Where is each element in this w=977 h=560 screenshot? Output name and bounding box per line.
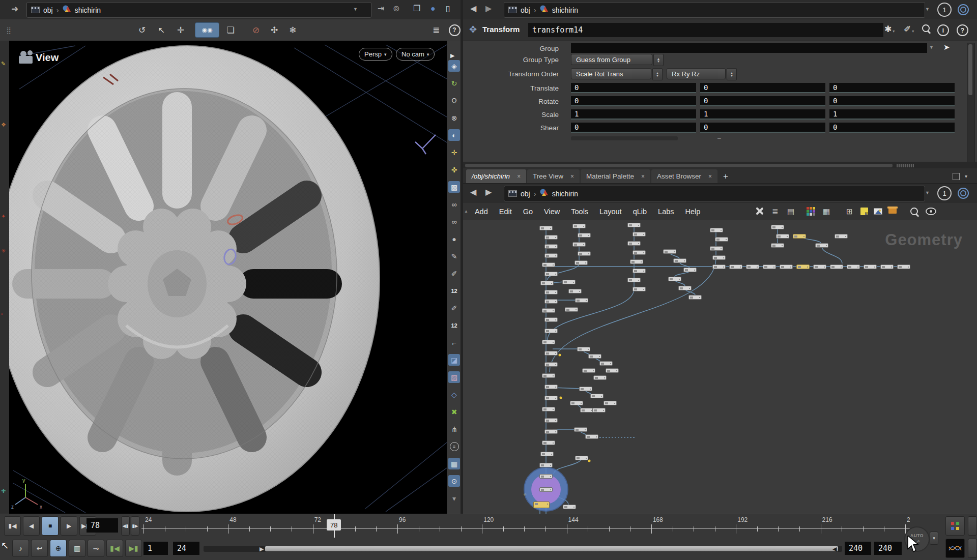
search-icon[interactable] (922, 24, 930, 32)
shear-z-field[interactable]: 0 (829, 123, 955, 133)
path-dropdown-caret[interactable]: ▼ (925, 191, 930, 195)
step-back-button[interactable]: ◀▮ (121, 516, 130, 536)
palette-icon[interactable] (807, 206, 815, 216)
shear-x-field[interactable]: 0 (571, 123, 696, 133)
network-node[interactable] (562, 280, 576, 284)
network-node[interactable] (880, 264, 894, 269)
network-node[interactable] (771, 225, 784, 229)
breadcrumb-context[interactable]: obj (521, 190, 530, 198)
path-dropdown-caret[interactable]: ▼ (353, 7, 358, 12)
stereo-anim-icon[interactable]: ∞ (448, 216, 460, 227)
target-link-icon[interactable] (958, 188, 969, 199)
network-node[interactable] (575, 456, 588, 460)
shelf-tool-5[interactable]: ▪ (1, 311, 3, 317)
display-hulls-icon[interactable]: ◇ (448, 389, 460, 400)
network-node[interactable] (542, 262, 555, 267)
snap-options-icon[interactable]: ◈ (448, 60, 460, 72)
scale-y-field[interactable]: 1 (700, 109, 825, 120)
secure-selection-icon[interactable]: ❏ (223, 23, 238, 37)
network-node[interactable] (579, 387, 592, 391)
network-node[interactable] (539, 487, 553, 492)
layout-panel-icon[interactable]: ⊞ (846, 206, 853, 216)
global-end-field[interactable]: 240 (874, 542, 902, 555)
handles-icon[interactable]: ↻ (448, 77, 460, 89)
rotate-x-field[interactable]: 0 (571, 96, 696, 106)
stereo-glasses-icon[interactable]: ∞ (448, 198, 460, 210)
network-node[interactable] (668, 277, 681, 281)
display-textures-icon[interactable]: ▩ (448, 181, 460, 193)
range-slider-left-handle[interactable]: ▶ (260, 546, 264, 552)
network-node[interactable] (570, 401, 583, 405)
search-icon[interactable] (910, 206, 918, 216)
visualizers-icon[interactable]: ≡ (448, 440, 460, 452)
network-node[interactable] (544, 329, 558, 333)
playhead-frame-badge[interactable]: 78 (327, 519, 341, 530)
rotate-order-select[interactable]: Rx Ry Rz (667, 68, 726, 79)
network-node[interactable] (627, 278, 641, 282)
range-slider-right-handle[interactable]: ◀ (832, 546, 837, 552)
gear-icon[interactable]: ✱▾ (884, 24, 895, 34)
network-node[interactable] (633, 287, 646, 291)
menu-edit[interactable]: Edit (494, 208, 518, 216)
help-icon[interactable]: ? (957, 24, 968, 36)
scale-x-field[interactable]: 1 (571, 109, 696, 120)
tab-close-icon[interactable]: × (517, 173, 521, 180)
disable-lighting-icon[interactable]: ⊗ (448, 112, 460, 124)
snapshot-icon[interactable]: ⊙ (448, 475, 460, 487)
menu-layout[interactable]: Layout (594, 208, 627, 216)
network-node[interactable] (678, 286, 692, 290)
nav-back-icon[interactable]: ◀ (470, 5, 476, 13)
timeline-ruler[interactable]: 2448729612014416819221624078 (141, 514, 910, 538)
network-node[interactable] (627, 241, 641, 246)
range-end-field[interactable]: 240 (845, 542, 871, 555)
pane-link-arrow-icon[interactable]: ➜ (11, 5, 18, 13)
network-node[interactable] (780, 264, 793, 269)
new-tab-button[interactable]: + (719, 169, 733, 183)
network-node[interactable] (582, 368, 595, 373)
network-node[interactable] (544, 253, 558, 258)
network-node[interactable] (539, 226, 553, 230)
key-options-button[interactable]: ⊸ (88, 540, 104, 557)
group-input[interactable] (571, 43, 927, 53)
scrub-cursor-icon[interactable]: ↖ (1, 541, 9, 550)
breadcrumb-context[interactable]: obj (43, 6, 53, 14)
network-node[interactable] (540, 452, 554, 456)
audio-button[interactable]: ♪ (12, 540, 29, 557)
network-node[interactable] (710, 246, 723, 251)
display-prims-icon[interactable]: ◪ (448, 354, 460, 366)
network-path-breadcrumb[interactable]: obj › shichirin (504, 186, 925, 201)
display-wind-icon[interactable]: ⋔ (448, 423, 460, 435)
visibility-icon[interactable] (926, 206, 936, 216)
params-path-breadcrumb[interactable]: obj › shichirin (504, 2, 925, 18)
play-forward-button[interactable]: ▶ (61, 516, 77, 536)
grid-snap-icon[interactable]: ❄ (285, 23, 300, 37)
page-icon[interactable]: ▯ (446, 5, 450, 13)
network-node[interactable] (539, 463, 553, 467)
global-start-field[interactable]: 1 (143, 542, 168, 555)
network-node[interactable] (568, 289, 582, 293)
network-node[interactable] (663, 249, 676, 254)
pane-maximize-icon[interactable] (953, 173, 960, 180)
breadcrumb-node[interactable]: shichirin (75, 6, 101, 14)
list-icon[interactable]: ▤ (787, 206, 794, 216)
network-node[interactable] (593, 375, 607, 380)
tab-close-icon[interactable]: × (570, 173, 574, 180)
path-dropdown-caret[interactable]: ▼ (925, 7, 930, 12)
network-editor[interactable]: Geometry (463, 220, 977, 514)
point-numbers-icon[interactable]: 12 (448, 285, 460, 297)
camera-select-button[interactable]: No cam▾ (396, 48, 435, 61)
network-node[interactable] (633, 232, 646, 237)
group-select-arrow-icon[interactable]: ➤ (943, 43, 950, 51)
display-guides-icon[interactable]: ✖ (448, 406, 460, 418)
network-node[interactable] (542, 308, 555, 313)
pin-icon[interactable]: ⇥ (378, 5, 384, 13)
breadcrumb-context[interactable]: obj (521, 6, 530, 14)
scale-z-field[interactable]: 1 (829, 109, 955, 120)
network-node[interactable] (542, 340, 555, 344)
network-node[interactable] (544, 299, 558, 304)
range-slider[interactable]: ▶ ◀ (204, 546, 842, 552)
network-node[interactable] (544, 385, 558, 389)
network-node[interactable] (627, 223, 641, 227)
tab-material-palette[interactable]: Material Palette× (581, 169, 650, 183)
network-node[interactable] (813, 264, 826, 269)
